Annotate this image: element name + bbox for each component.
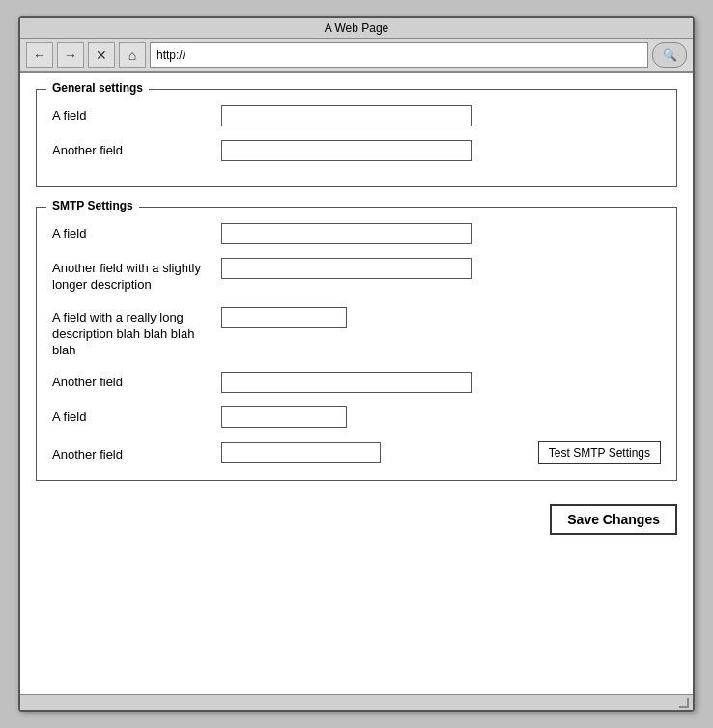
title-bar: A Web Page [20, 18, 693, 39]
back-button[interactable]: ← [26, 42, 53, 68]
smtp-field-2-label: Another field with a slightly longer des… [52, 258, 221, 294]
resize-handle [679, 698, 689, 708]
forward-button[interactable]: → [57, 42, 84, 68]
smtp-field-1-label: A field [52, 223, 221, 242]
save-changes-button[interactable]: Save Changes [550, 504, 677, 535]
general-field-1-label: A field [52, 105, 221, 125]
smtp-field-1-row: A field [52, 219, 661, 244]
general-settings-fieldset: General settings A field Another field [36, 89, 677, 187]
smtp-field-6-input[interactable] [221, 442, 381, 463]
home-button[interactable]: ⌂ [119, 42, 146, 68]
smtp-field-2-row: Another field with a slightly longer des… [52, 254, 661, 294]
smtp-field-4-row: Another field [52, 368, 661, 393]
smtp-field-5-label: A field [52, 406, 221, 426]
general-field-1-input[interactable] [221, 105, 472, 126]
toolbar: ← → ✕ ⌂ 🔍 [20, 39, 693, 73]
general-settings-legend: General settings [46, 81, 149, 95]
smtp-field-6-row: Another field Test SMTP Settings [52, 437, 661, 464]
smtp-field-5-input[interactable] [221, 406, 347, 428]
smtp-field-6-label: Another field [52, 444, 221, 463]
smtp-field-5-row: A field [52, 403, 661, 428]
stop-button[interactable]: ✕ [88, 42, 115, 68]
smtp-field-2-input[interactable] [221, 258, 472, 279]
smtp-field-3-label: A field with a really long description b… [52, 307, 221, 359]
test-smtp-button[interactable]: Test SMTP Settings [538, 441, 661, 464]
page-title: A Web Page [325, 21, 389, 35]
general-field-2-row: Another field [52, 136, 661, 161]
smtp-field-4-label: Another field [52, 372, 221, 391]
footer-row: Save Changes [36, 500, 677, 535]
smtp-field-3-input[interactable] [221, 307, 347, 328]
smtp-field-3-row: A field with a really long description b… [52, 303, 661, 359]
general-field-2-label: Another field [52, 140, 221, 159]
page-content: General settings A field Another field S… [20, 73, 693, 694]
browser-window: A Web Page ← → ✕ ⌂ 🔍 General settings A … [18, 16, 695, 712]
smtp-settings-fieldset: SMTP Settings A field Another field with… [36, 207, 677, 481]
status-bar [20, 694, 693, 710]
smtp-field-1-input[interactable] [221, 223, 472, 244]
search-button[interactable]: 🔍 [652, 42, 687, 68]
smtp-field-4-input[interactable] [221, 372, 472, 393]
general-field-1-row: A field [52, 101, 661, 126]
general-field-2-input[interactable] [221, 140, 472, 161]
smtp-settings-legend: SMTP Settings [46, 199, 139, 212]
address-bar[interactable] [150, 42, 648, 68]
